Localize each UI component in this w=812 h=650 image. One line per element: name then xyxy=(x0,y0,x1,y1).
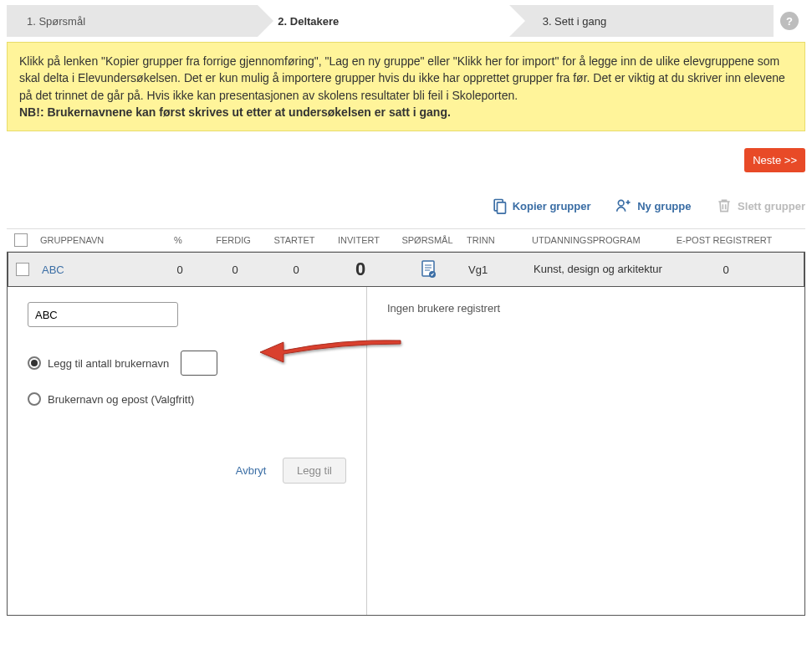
cell-utd: Kunst, design og arkitektur xyxy=(530,263,667,276)
info-text-1: Klikk på lenken "Kopier grupper fra forr… xyxy=(19,54,785,102)
group-name-link[interactable]: ABC xyxy=(42,264,64,276)
help-button[interactable]: ? xyxy=(774,5,805,37)
step-2[interactable]: 2. Deltakere xyxy=(258,5,508,37)
group-name-input[interactable] xyxy=(28,302,178,327)
col-trinn: TRINN xyxy=(463,235,529,245)
new-group-label: Ny gruppe xyxy=(637,200,691,212)
cell-startet: 0 xyxy=(264,264,328,276)
step-1[interactable]: 1. Spørsmål xyxy=(7,5,258,37)
radio-user-email-label: Brukernavn og epost (Valgfritt) xyxy=(48,393,194,406)
expand-panel: Legg til antall brukernavn Brukernavn og… xyxy=(7,287,805,616)
delete-groups-link: Slett grupper xyxy=(716,197,805,214)
radio-add-count[interactable] xyxy=(28,356,41,370)
svg-point-2 xyxy=(619,201,625,207)
col-ferdig: FERDIG xyxy=(204,235,263,245)
cell-invitert: 0 xyxy=(328,258,393,280)
radio-add-count-row[interactable]: Legg til antall brukernavn xyxy=(28,351,346,376)
col-epost: E-POST REGISTRERT xyxy=(666,235,783,245)
radio-selected-dot xyxy=(31,360,38,366)
document-icon xyxy=(421,259,437,279)
cell-ferdig: 0 xyxy=(206,264,264,276)
help-icon: ? xyxy=(780,12,799,30)
cell-spors[interactable] xyxy=(393,259,465,279)
svg-rect-1 xyxy=(497,202,505,213)
step-wizard: 1. Spørsmål 2. Deltakere 3. Sett i gang … xyxy=(7,5,805,37)
cell-epost: 0 xyxy=(667,264,784,276)
col-spors: SPØRSMÅL xyxy=(391,235,463,245)
select-all-checkbox[interactable] xyxy=(14,233,28,247)
col-startet: STARTET xyxy=(263,235,326,245)
info-text-2: NB!: Brukernavnene kan først skrives ut … xyxy=(19,105,451,119)
table-header: GRUPPENAVN % FERDIG STARTET INVITERT SPØ… xyxy=(7,228,805,252)
trash-icon xyxy=(716,197,733,214)
col-pct: % xyxy=(152,235,204,245)
copy-icon xyxy=(491,197,508,214)
col-invitert: INVITERT xyxy=(326,235,391,245)
radio-user-email-row[interactable]: Brukernavn og epost (Valgfritt) xyxy=(28,392,346,406)
step-2-label: 2. Deltakere xyxy=(278,15,339,28)
copy-groups-label: Kopier grupper xyxy=(513,200,591,212)
step-1-label: 1. Spørsmål xyxy=(27,15,85,28)
col-name: GRUPPENAVN xyxy=(35,235,152,245)
row-checkbox[interactable] xyxy=(16,263,29,276)
user-count-input[interactable] xyxy=(181,351,217,376)
step-3[interactable]: 3. Sett i gang xyxy=(509,5,774,37)
table-row: ABC 0 0 0 0 Vg1 Kunst, design og arkitek… xyxy=(7,252,805,287)
delete-groups-label: Slett grupper xyxy=(738,200,805,212)
expand-right: Ingen brukere registrert xyxy=(367,287,804,615)
col-utd: UTDANNINGSPROGRAM xyxy=(529,235,666,245)
info-banner: Klikk på lenken "Kopier grupper fra forr… xyxy=(7,42,805,131)
radio-add-count-label: Legg til antall brukernavn xyxy=(48,357,169,370)
group-actions: Kopier grupper Ny gruppe Slett grupper xyxy=(7,197,805,217)
no-users-message: Ingen brukere registrert xyxy=(387,302,500,315)
next-row: Neste >> xyxy=(7,148,805,172)
cell-trinn: Vg1 xyxy=(465,264,530,276)
cell-pct: 0 xyxy=(154,264,206,276)
add-button[interactable]: Legg til xyxy=(283,458,346,484)
radio-user-email[interactable] xyxy=(28,392,41,406)
cancel-link[interactable]: Avbryt xyxy=(236,464,267,477)
next-button[interactable]: Neste >> xyxy=(744,148,805,172)
new-group-link[interactable]: Ny gruppe xyxy=(615,197,691,214)
expand-left: Legg til antall brukernavn Brukernavn og… xyxy=(8,287,367,615)
group-add-icon xyxy=(615,197,632,214)
expand-buttons: Avbryt Legg til xyxy=(28,458,346,484)
step-3-label: 3. Sett i gang xyxy=(543,15,607,28)
copy-groups-link[interactable]: Kopier grupper xyxy=(491,197,591,214)
